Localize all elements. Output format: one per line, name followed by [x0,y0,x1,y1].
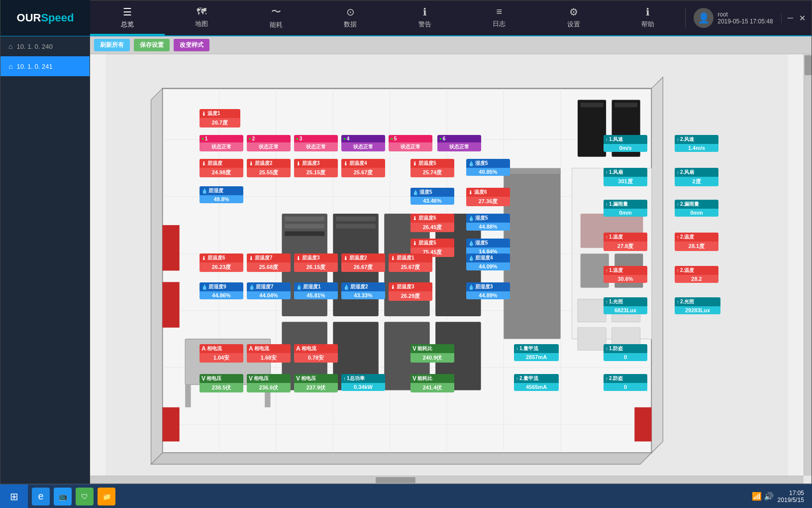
nav-label-log: 日志 [493,19,506,28]
sensor-temp7[interactable]: 🌡温度6 27.36度 [466,188,510,206]
sensor-rain1[interactable]: ↑1.漏雨量 0mm [604,200,647,217]
nav-item-map[interactable]: 🗺 地图 [165,0,239,35]
sensor-rain2[interactable]: ↑2.漏雨量 0mm [675,200,718,217]
sensor-temp-a6[interactable]: 🌡层温度3 26.29度 [389,282,432,301]
sensor-temp-a5[interactable]: 🌡层温度1 25.67度 [389,254,432,272]
sensor-cur3[interactable]: A相电流 0.78安 [294,344,338,363]
sensor-volt5[interactable]: V能耗比 241.4伏 [410,374,454,392]
scrollbar-vertical[interactable] [804,54,812,476]
sensor-lux2[interactable]: ↑2.光照 29283Lux [675,297,720,314]
svg-marker-3 [151,453,652,464]
nav-item-help[interactable]: ℹ 帮助 [611,0,686,35]
sensor-temp-r4[interactable]: ↑2.温度 28.2 [675,266,718,283]
sensor-temp-a2[interactable]: 🌡层温度7 25.68度 [247,254,291,272]
map-icon: 🗺 [197,6,206,17]
sensor-hum1[interactable]: 💧湿度5 40.85% [466,159,510,176]
sensor-smoke6[interactable]: ●6 状态正常 [437,135,481,151]
sensor-fire1[interactable]: ↑1.防盗 0 [604,344,647,361]
minimize-button[interactable]: ─ [788,13,793,22]
sensor-volt2[interactable]: V相电压 238.5伏 [200,374,243,392]
sensor-power1[interactable]: ↑1总功率 0.34kW [341,374,385,391]
taskbar-clock: 17:05 2019/5/15 [778,490,804,504]
sensor-hum-a1[interactable]: 💧层湿度4 44.09% [466,254,510,270]
sensor-lux1[interactable]: ↑1.光照 6823Lux [604,297,647,314]
sensor-cur2[interactable]: A相电流 1.68安 [247,344,291,363]
sensor-temp1[interactable]: 🌡温度1 26.7度 [200,109,240,127]
sensor-wind1[interactable]: ↑1.风速 0m/s [604,135,647,152]
svg-rect-37 [162,282,179,327]
close-button[interactable]: ✕ [799,13,806,23]
svg-rect-31 [504,168,560,339]
nav-item-overview[interactable]: ☰ 总览 [90,0,165,35]
sensor-hum-b2[interactable]: 💧湿度5 14.84% [466,239,510,255]
sidebar-item-1[interactable]: ⌂ 10. 1. 0. 241 [0,56,90,76]
taskbar-security-icon[interactable]: 🛡 [76,488,94,506]
scrollbar-thumb-v[interactable] [805,55,812,75]
scrollbar-thumb-h[interactable] [376,477,415,483]
sensor-smoke1[interactable]: ●1 状态正常 [200,135,243,151]
sensor-temp6[interactable]: 🌡层温度5 25.74度 [410,159,454,177]
sensor-temp-b1[interactable]: 🌡层温度6 26.45度 [410,214,454,232]
nav-item-energy[interactable]: 〜 能耗 [239,0,313,35]
sensor-temp4[interactable]: 🌡层温度3 25.15度 [294,159,338,177]
sensor-fire2[interactable]: ↑2.防盗 0 [604,374,647,391]
energy-icon: 〜 [271,5,281,18]
sensor-temp-a1[interactable]: 🌡层温度6 26.23度 [200,254,243,272]
sensor-smoke4[interactable]: ●4 状态正常 [341,135,385,151]
sensor-temp2[interactable]: 🌡层温度 24.98度 [200,159,243,177]
nav-item-data[interactable]: ⊙ 数据 [313,0,388,35]
svg-rect-41 [162,407,179,442]
sidebar-item-0[interactable]: ⌂ 10. 1. 0. 240 [0,36,90,56]
sensor-hum-a6[interactable]: 💧层湿度3 44.89% [466,282,510,299]
sensor-hum-a2[interactable]: 💧层湿度9 44.86% [200,282,243,299]
sensor-curr-h1[interactable]: ↑1.量甲流 2857mA [514,344,559,361]
start-button[interactable]: ⊞ [0,485,28,508]
nav-label-alert: 警告 [418,20,431,29]
svg-rect-50 [578,100,606,156]
sensor-hum-a5[interactable]: 💧层湿度2 43.33% [341,282,385,299]
svg-marker-4 [652,77,663,453]
sensor-fan2[interactable]: ↑2.风扇 2度 [675,168,718,186]
sensor-cur1[interactable]: A相电流 1.04安 [200,344,243,363]
taskbar-ie-icon[interactable]: e [32,488,50,506]
sensor-hum-a3[interactable]: 💧层湿度7 44.04% [247,282,291,299]
nav-item-alert[interactable]: ℹ 警告 [388,0,462,35]
nav-item-log[interactable]: ≡ 日志 [462,0,537,35]
sensor-hum-left[interactable]: 💧层湿度 49.8% [200,186,243,203]
sensor-temp-a4[interactable]: 🌡层温度2 26.67度 [341,254,385,272]
style-button[interactable]: 改变样式 [174,39,209,51]
top-nav: OURSpeed ☰ 总览 🗺 地图 〜 能耗 ⊙ 数据 ℹ 警告 [0,0,812,36]
svg-rect-26 [285,217,324,221]
sensor-smoke3[interactable]: ●3 状态正常 [294,135,338,151]
sensor-hum2[interactable]: 💧湿度5 43.46% [410,188,454,205]
save-button[interactable]: 保存设置 [134,39,170,51]
sensor-temp3[interactable]: 🌡层温度2 25.55度 [247,159,291,177]
sensor-temp-r2[interactable]: ↑2.温度 28.1度 [675,233,718,251]
sensor-hum-a4[interactable]: 💧层湿度1 45.81% [294,282,338,299]
taskbar-tv-icon[interactable]: 📺 [54,488,72,506]
sensor-temp-a3[interactable]: 🌡层温度3 26.15度 [294,254,338,272]
logo: OURSpeed [0,0,90,36]
sensor-wind2[interactable]: ↑2.风速 1.4m/s [675,135,718,152]
user-area: 👤 root 2019-05-15 17:05:48 [685,8,781,28]
sensor-volt1[interactable]: V能耗比 240.9伏 [410,344,454,363]
sensor-temp5[interactable]: 🌡层温度4 25.67度 [341,159,385,177]
taskbar-icons: e 📺 🛡 📁 [28,488,752,506]
sensor-curr-h2[interactable]: ↑2.量甲流 4565mA [514,374,559,391]
sensor-hum-b1[interactable]: 💧湿度5 44.88% [466,214,510,231]
scrollbar-horizontal[interactable] [90,476,804,484]
svg-rect-40 [634,407,651,442]
sensor-volt3[interactable]: V相电压 236.6伏 [247,374,291,392]
sensor-smoke2[interactable]: ●2 状态正常 [247,135,291,151]
refresh-button[interactable]: 刷新所有 [94,39,130,51]
nav-label-energy: 能耗 [270,20,283,29]
sensor-volt4[interactable]: V相电压 237.9伏 [294,374,338,392]
taskbar-folder-icon[interactable]: 📁 [98,488,115,506]
sensor-fan1[interactable]: ↑1.风扇 301度 [604,168,647,186]
sensor-smoke5[interactable]: ●5 状态正常 [389,135,432,151]
sys-icon-network: 📶 [752,492,762,501]
sensor-temp-r1[interactable]: ↑1.温度 27.8度 [604,233,647,251]
sensor-temp-r3[interactable]: ↑1.温度 30.6% [604,266,647,283]
clock-time: 17:05 [778,490,804,497]
nav-item-settings[interactable]: ⚙ 设置 [536,0,611,35]
